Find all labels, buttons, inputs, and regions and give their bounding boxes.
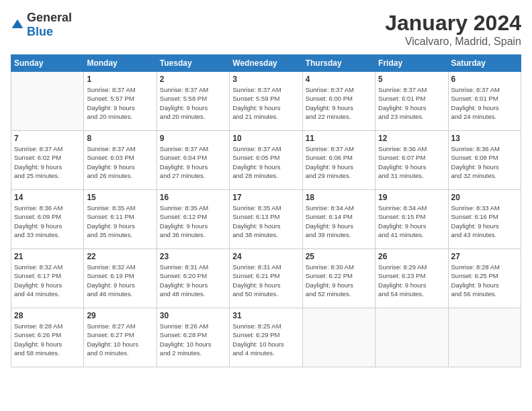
day-info: Sunrise: 8:37 AM Sunset: 6:04 PM Dayligh… (160, 144, 226, 180)
weekday-header-sunday: Sunday (11, 55, 84, 72)
day-number: 19 (378, 193, 445, 202)
day-number: 6 (451, 75, 518, 84)
calendar-header: SundayMondayTuesdayWednesdayThursdayFrid… (11, 55, 521, 72)
week-row-3: 14Sunrise: 8:36 AM Sunset: 6:09 PM Dayli… (11, 190, 521, 249)
calendar-cell: 20Sunrise: 8:33 AM Sunset: 6:16 PM Dayli… (448, 190, 521, 249)
calendar-cell: 4Sunrise: 8:37 AM Sunset: 6:00 PM Daylig… (302, 72, 375, 131)
day-info: Sunrise: 8:37 AM Sunset: 6:06 PM Dayligh… (306, 144, 372, 180)
calendar-cell: 6Sunrise: 8:37 AM Sunset: 6:01 PM Daylig… (448, 72, 521, 131)
calendar-cell: 13Sunrise: 8:36 AM Sunset: 6:08 PM Dayli… (448, 131, 521, 190)
logo-general: General (27, 11, 72, 24)
calendar-cell (11, 72, 84, 131)
day-info: Sunrise: 8:28 AM Sunset: 6:25 PM Dayligh… (451, 263, 518, 298)
calendar-cell: 23Sunrise: 8:31 AM Sunset: 6:20 PM Dayli… (157, 249, 229, 308)
calendar-cell: 28Sunrise: 8:28 AM Sunset: 6:26 PM Dayli… (11, 308, 84, 367)
page: General Blue January 2024 Vicalvaro, Mad… (0, 0, 532, 411)
day-number: 21 (14, 252, 81, 261)
day-info: Sunrise: 8:32 AM Sunset: 6:19 PM Dayligh… (87, 263, 153, 298)
day-number: 23 (160, 252, 226, 261)
day-info: Sunrise: 8:37 AM Sunset: 6:01 PM Dayligh… (378, 85, 445, 121)
week-row-1: 1Sunrise: 8:37 AM Sunset: 5:57 PM Daylig… (11, 72, 521, 131)
header: General Blue January 2024 Vicalvaro, Mad… (11, 11, 521, 48)
calendar-cell: 19Sunrise: 8:34 AM Sunset: 6:15 PM Dayli… (375, 190, 448, 249)
day-info: Sunrise: 8:37 AM Sunset: 5:57 PM Dayligh… (87, 85, 153, 121)
day-info: Sunrise: 8:37 AM Sunset: 5:59 PM Dayligh… (232, 85, 299, 121)
calendar-cell (375, 308, 448, 367)
month-title: January 2024 (385, 11, 521, 36)
day-number: 17 (232, 193, 299, 202)
calendar-table: SundayMondayTuesdayWednesdayThursdayFrid… (11, 54, 521, 367)
day-number: 22 (87, 252, 153, 261)
day-info: Sunrise: 8:37 AM Sunset: 6:00 PM Dayligh… (306, 85, 372, 121)
weekday-header-tuesday: Tuesday (157, 55, 229, 72)
calendar-cell: 1Sunrise: 8:37 AM Sunset: 5:57 PM Daylig… (84, 72, 157, 131)
day-number: 25 (306, 252, 372, 261)
calendar-cell: 25Sunrise: 8:30 AM Sunset: 6:22 PM Dayli… (302, 249, 375, 308)
day-info: Sunrise: 8:26 AM Sunset: 6:28 PM Dayligh… (160, 322, 226, 357)
calendar-cell: 7Sunrise: 8:37 AM Sunset: 6:02 PM Daylig… (11, 131, 84, 190)
day-number: 26 (378, 252, 445, 261)
day-info: Sunrise: 8:31 AM Sunset: 6:20 PM Dayligh… (160, 263, 226, 298)
calendar-cell: 31Sunrise: 8:25 AM Sunset: 6:29 PM Dayli… (230, 308, 302, 367)
calendar-cell: 24Sunrise: 8:31 AM Sunset: 6:21 PM Dayli… (230, 249, 302, 308)
day-number: 18 (306, 193, 372, 202)
calendar-cell: 29Sunrise: 8:27 AM Sunset: 6:27 PM Dayli… (84, 308, 157, 367)
calendar-cell: 3Sunrise: 8:37 AM Sunset: 5:59 PM Daylig… (230, 72, 302, 131)
calendar-cell: 11Sunrise: 8:37 AM Sunset: 6:06 PM Dayli… (302, 131, 375, 190)
day-info: Sunrise: 8:36 AM Sunset: 6:08 PM Dayligh… (451, 144, 518, 180)
logo-icon (11, 18, 24, 32)
day-number: 7 (14, 134, 81, 143)
day-number: 28 (14, 311, 81, 320)
day-info: Sunrise: 8:31 AM Sunset: 6:21 PM Dayligh… (232, 263, 299, 298)
weekday-row: SundayMondayTuesdayWednesdayThursdayFrid… (11, 55, 521, 72)
calendar-cell: 10Sunrise: 8:37 AM Sunset: 6:05 PM Dayli… (230, 131, 302, 190)
day-info: Sunrise: 8:37 AM Sunset: 5:58 PM Dayligh… (160, 85, 226, 121)
day-number: 27 (451, 252, 518, 261)
day-number: 14 (14, 193, 81, 202)
svg-marker-0 (12, 19, 24, 28)
calendar-cell: 18Sunrise: 8:34 AM Sunset: 6:14 PM Dayli… (302, 190, 375, 249)
logo-text: General Blue (27, 11, 72, 39)
day-number: 10 (232, 134, 299, 143)
day-info: Sunrise: 8:30 AM Sunset: 6:22 PM Dayligh… (306, 263, 372, 298)
weekday-header-thursday: Thursday (302, 55, 375, 72)
logo: General Blue (11, 11, 72, 39)
day-info: Sunrise: 8:35 AM Sunset: 6:12 PM Dayligh… (160, 203, 226, 239)
day-number: 24 (232, 252, 299, 261)
day-number: 12 (378, 134, 445, 143)
day-number: 9 (160, 134, 226, 143)
weekday-header-friday: Friday (375, 55, 448, 72)
day-info: Sunrise: 8:35 AM Sunset: 6:13 PM Dayligh… (232, 203, 299, 239)
calendar-body: 1Sunrise: 8:37 AM Sunset: 5:57 PM Daylig… (11, 72, 521, 367)
calendar-cell: 8Sunrise: 8:37 AM Sunset: 6:03 PM Daylig… (84, 131, 157, 190)
day-number: 15 (87, 193, 153, 202)
day-info: Sunrise: 8:34 AM Sunset: 6:15 PM Dayligh… (378, 203, 445, 239)
day-number: 4 (306, 75, 372, 84)
day-info: Sunrise: 8:25 AM Sunset: 6:29 PM Dayligh… (232, 322, 299, 357)
day-number: 1 (87, 75, 153, 84)
day-info: Sunrise: 8:35 AM Sunset: 6:11 PM Dayligh… (87, 203, 153, 239)
day-info: Sunrise: 8:36 AM Sunset: 6:09 PM Dayligh… (14, 203, 81, 239)
day-info: Sunrise: 8:36 AM Sunset: 6:07 PM Dayligh… (378, 144, 445, 180)
day-info: Sunrise: 8:32 AM Sunset: 6:17 PM Dayligh… (14, 263, 81, 298)
day-info: Sunrise: 8:37 AM Sunset: 6:01 PM Dayligh… (451, 85, 518, 121)
location-title: Vicalvaro, Madrid, Spain (385, 36, 521, 48)
calendar-cell: 14Sunrise: 8:36 AM Sunset: 6:09 PM Dayli… (11, 190, 84, 249)
day-number: 29 (87, 311, 153, 320)
calendar-cell: 5Sunrise: 8:37 AM Sunset: 6:01 PM Daylig… (375, 72, 448, 131)
calendar-cell: 26Sunrise: 8:29 AM Sunset: 6:23 PM Dayli… (375, 249, 448, 308)
week-row-2: 7Sunrise: 8:37 AM Sunset: 6:02 PM Daylig… (11, 131, 521, 190)
day-number: 16 (160, 193, 226, 202)
calendar-cell: 9Sunrise: 8:37 AM Sunset: 6:04 PM Daylig… (157, 131, 229, 190)
day-number: 30 (160, 311, 226, 320)
calendar-cell (302, 308, 375, 367)
calendar-cell: 15Sunrise: 8:35 AM Sunset: 6:11 PM Dayli… (84, 190, 157, 249)
calendar-cell: 21Sunrise: 8:32 AM Sunset: 6:17 PM Dayli… (11, 249, 84, 308)
weekday-header-wednesday: Wednesday (230, 55, 302, 72)
day-number: 20 (451, 193, 518, 202)
calendar-cell: 30Sunrise: 8:26 AM Sunset: 6:28 PM Dayli… (157, 308, 229, 367)
calendar-cell: 27Sunrise: 8:28 AM Sunset: 6:25 PM Dayli… (448, 249, 521, 308)
day-info: Sunrise: 8:37 AM Sunset: 6:02 PM Dayligh… (14, 144, 81, 180)
day-info: Sunrise: 8:27 AM Sunset: 6:27 PM Dayligh… (87, 322, 153, 357)
day-number: 5 (378, 75, 445, 84)
